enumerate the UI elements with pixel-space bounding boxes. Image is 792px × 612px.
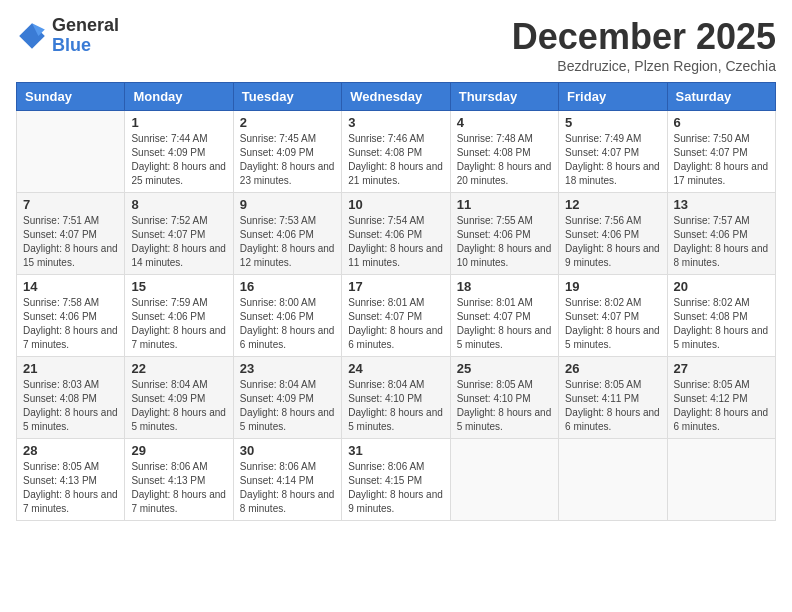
day-number: 15 [131, 279, 226, 294]
day-info: Sunrise: 8:05 AMSunset: 4:11 PMDaylight:… [565, 378, 660, 434]
day-number: 31 [348, 443, 443, 458]
logo: General Blue [16, 16, 119, 56]
day-info: Sunrise: 7:49 AMSunset: 4:07 PMDaylight:… [565, 132, 660, 188]
day-info: Sunrise: 8:02 AMSunset: 4:07 PMDaylight:… [565, 296, 660, 352]
day-info: Sunrise: 7:54 AMSunset: 4:06 PMDaylight:… [348, 214, 443, 270]
day-info: Sunrise: 7:55 AMSunset: 4:06 PMDaylight:… [457, 214, 552, 270]
day-info: Sunrise: 8:05 AMSunset: 4:10 PMDaylight:… [457, 378, 552, 434]
calendar-cell: 13Sunrise: 7:57 AMSunset: 4:06 PMDayligh… [667, 193, 775, 275]
calendar-cell [559, 439, 667, 521]
day-info: Sunrise: 7:45 AMSunset: 4:09 PMDaylight:… [240, 132, 335, 188]
weekday-header-sunday: Sunday [17, 83, 125, 111]
day-number: 19 [565, 279, 660, 294]
day-number: 9 [240, 197, 335, 212]
day-number: 23 [240, 361, 335, 376]
day-number: 3 [348, 115, 443, 130]
day-number: 7 [23, 197, 118, 212]
day-number: 28 [23, 443, 118, 458]
calendar-cell: 10Sunrise: 7:54 AMSunset: 4:06 PMDayligh… [342, 193, 450, 275]
day-info: Sunrise: 7:50 AMSunset: 4:07 PMDaylight:… [674, 132, 769, 188]
calendar-cell [450, 439, 558, 521]
calendar-cell: 29Sunrise: 8:06 AMSunset: 4:13 PMDayligh… [125, 439, 233, 521]
calendar-cell: 30Sunrise: 8:06 AMSunset: 4:14 PMDayligh… [233, 439, 341, 521]
calendar-cell: 4Sunrise: 7:48 AMSunset: 4:08 PMDaylight… [450, 111, 558, 193]
day-info: Sunrise: 8:05 AMSunset: 4:12 PMDaylight:… [674, 378, 769, 434]
day-info: Sunrise: 8:05 AMSunset: 4:13 PMDaylight:… [23, 460, 118, 516]
calendar-cell: 11Sunrise: 7:55 AMSunset: 4:06 PMDayligh… [450, 193, 558, 275]
day-info: Sunrise: 7:52 AMSunset: 4:07 PMDaylight:… [131, 214, 226, 270]
calendar-cell: 31Sunrise: 8:06 AMSunset: 4:15 PMDayligh… [342, 439, 450, 521]
calendar-cell: 27Sunrise: 8:05 AMSunset: 4:12 PMDayligh… [667, 357, 775, 439]
title-area: December 2025 Bezdruzice, Plzen Region, … [512, 16, 776, 74]
calendar-cell: 14Sunrise: 7:58 AMSunset: 4:06 PMDayligh… [17, 275, 125, 357]
day-number: 8 [131, 197, 226, 212]
day-number: 26 [565, 361, 660, 376]
calendar-cell: 9Sunrise: 7:53 AMSunset: 4:06 PMDaylight… [233, 193, 341, 275]
calendar-cell: 3Sunrise: 7:46 AMSunset: 4:08 PMDaylight… [342, 111, 450, 193]
day-info: Sunrise: 7:58 AMSunset: 4:06 PMDaylight:… [23, 296, 118, 352]
day-number: 5 [565, 115, 660, 130]
day-number: 30 [240, 443, 335, 458]
calendar-cell: 6Sunrise: 7:50 AMSunset: 4:07 PMDaylight… [667, 111, 775, 193]
calendar-cell: 21Sunrise: 8:03 AMSunset: 4:08 PMDayligh… [17, 357, 125, 439]
day-info: Sunrise: 8:06 AMSunset: 4:13 PMDaylight:… [131, 460, 226, 516]
day-number: 22 [131, 361, 226, 376]
day-number: 27 [674, 361, 769, 376]
day-number: 20 [674, 279, 769, 294]
day-number: 24 [348, 361, 443, 376]
weekday-header-tuesday: Tuesday [233, 83, 341, 111]
day-info: Sunrise: 8:06 AMSunset: 4:15 PMDaylight:… [348, 460, 443, 516]
weekday-header-friday: Friday [559, 83, 667, 111]
day-info: Sunrise: 8:04 AMSunset: 4:09 PMDaylight:… [240, 378, 335, 434]
day-number: 4 [457, 115, 552, 130]
week-row-3: 14Sunrise: 7:58 AMSunset: 4:06 PMDayligh… [17, 275, 776, 357]
day-info: Sunrise: 7:59 AMSunset: 4:06 PMDaylight:… [131, 296, 226, 352]
logo-general-text: General [52, 16, 119, 36]
calendar-cell: 24Sunrise: 8:04 AMSunset: 4:10 PMDayligh… [342, 357, 450, 439]
day-number: 2 [240, 115, 335, 130]
day-info: Sunrise: 8:06 AMSunset: 4:14 PMDaylight:… [240, 460, 335, 516]
day-info: Sunrise: 7:44 AMSunset: 4:09 PMDaylight:… [131, 132, 226, 188]
day-info: Sunrise: 8:00 AMSunset: 4:06 PMDaylight:… [240, 296, 335, 352]
calendar-cell: 16Sunrise: 8:00 AMSunset: 4:06 PMDayligh… [233, 275, 341, 357]
calendar-cell: 18Sunrise: 8:01 AMSunset: 4:07 PMDayligh… [450, 275, 558, 357]
calendar-cell: 17Sunrise: 8:01 AMSunset: 4:07 PMDayligh… [342, 275, 450, 357]
calendar-cell: 12Sunrise: 7:56 AMSunset: 4:06 PMDayligh… [559, 193, 667, 275]
day-info: Sunrise: 7:56 AMSunset: 4:06 PMDaylight:… [565, 214, 660, 270]
calendar-cell: 7Sunrise: 7:51 AMSunset: 4:07 PMDaylight… [17, 193, 125, 275]
calendar-cell: 5Sunrise: 7:49 AMSunset: 4:07 PMDaylight… [559, 111, 667, 193]
day-info: Sunrise: 8:02 AMSunset: 4:08 PMDaylight:… [674, 296, 769, 352]
calendar-cell: 8Sunrise: 7:52 AMSunset: 4:07 PMDaylight… [125, 193, 233, 275]
location: Bezdruzice, Plzen Region, Czechia [512, 58, 776, 74]
day-info: Sunrise: 8:01 AMSunset: 4:07 PMDaylight:… [457, 296, 552, 352]
logo-icon [16, 20, 48, 52]
calendar-cell: 26Sunrise: 8:05 AMSunset: 4:11 PMDayligh… [559, 357, 667, 439]
month-title: December 2025 [512, 16, 776, 58]
calendar-cell [667, 439, 775, 521]
calendar: SundayMondayTuesdayWednesdayThursdayFrid… [16, 82, 776, 521]
calendar-cell: 2Sunrise: 7:45 AMSunset: 4:09 PMDaylight… [233, 111, 341, 193]
day-number: 16 [240, 279, 335, 294]
day-info: Sunrise: 7:46 AMSunset: 4:08 PMDaylight:… [348, 132, 443, 188]
day-info: Sunrise: 7:57 AMSunset: 4:06 PMDaylight:… [674, 214, 769, 270]
weekday-header-saturday: Saturday [667, 83, 775, 111]
weekday-header-wednesday: Wednesday [342, 83, 450, 111]
logo-blue-text: Blue [52, 36, 119, 56]
day-info: Sunrise: 8:04 AMSunset: 4:09 PMDaylight:… [131, 378, 226, 434]
day-info: Sunrise: 7:48 AMSunset: 4:08 PMDaylight:… [457, 132, 552, 188]
day-info: Sunrise: 7:53 AMSunset: 4:06 PMDaylight:… [240, 214, 335, 270]
day-number: 21 [23, 361, 118, 376]
weekday-header-row: SundayMondayTuesdayWednesdayThursdayFrid… [17, 83, 776, 111]
week-row-4: 21Sunrise: 8:03 AMSunset: 4:08 PMDayligh… [17, 357, 776, 439]
day-number: 25 [457, 361, 552, 376]
calendar-cell: 25Sunrise: 8:05 AMSunset: 4:10 PMDayligh… [450, 357, 558, 439]
day-info: Sunrise: 8:04 AMSunset: 4:10 PMDaylight:… [348, 378, 443, 434]
svg-marker-0 [19, 23, 45, 49]
week-row-2: 7Sunrise: 7:51 AMSunset: 4:07 PMDaylight… [17, 193, 776, 275]
week-row-1: 1Sunrise: 7:44 AMSunset: 4:09 PMDaylight… [17, 111, 776, 193]
calendar-cell: 15Sunrise: 7:59 AMSunset: 4:06 PMDayligh… [125, 275, 233, 357]
day-number: 6 [674, 115, 769, 130]
day-number: 1 [131, 115, 226, 130]
day-number: 10 [348, 197, 443, 212]
calendar-cell: 20Sunrise: 8:02 AMSunset: 4:08 PMDayligh… [667, 275, 775, 357]
